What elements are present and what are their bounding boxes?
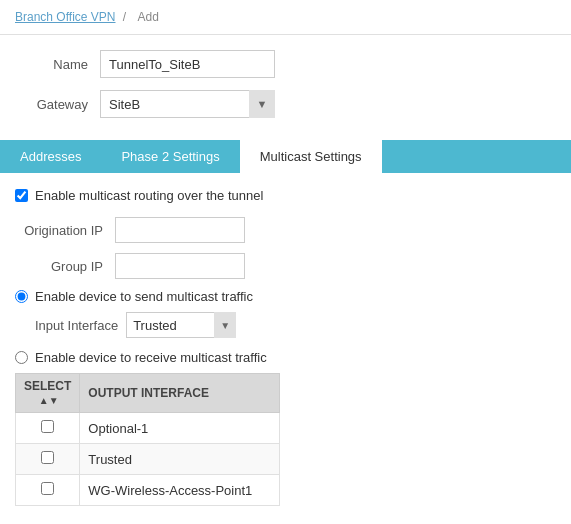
group-ip-row: Group IP (15, 253, 556, 279)
table-row: WG-Wireless-Access-Point1 (16, 475, 280, 506)
table-cell-interface-1: Trusted (80, 444, 280, 475)
gateway-select-wrapper: SiteB ▼ (100, 90, 275, 118)
breadcrumb-parent[interactable]: Branch Office VPN (15, 10, 116, 24)
enable-multicast-row: Enable multicast routing over the tunnel (15, 188, 556, 203)
enable-receive-radio[interactable] (15, 351, 28, 364)
row-checkbox-0[interactable] (41, 420, 54, 433)
row-checkbox-2[interactable] (41, 482, 54, 495)
group-ip-input[interactable] (115, 253, 245, 279)
enable-multicast-label[interactable]: Enable multicast routing over the tunnel (35, 188, 263, 203)
tab-bar: Addresses Phase 2 Settings Multicast Set… (0, 140, 571, 173)
table-cell-select-2 (16, 475, 80, 506)
input-interface-select-wrapper: Trusted Optional-1 WG-Wireless-Access-Po… (126, 312, 236, 338)
enable-send-row: Enable device to send multicast traffic (15, 289, 556, 304)
input-interface-row: Input Interface Trusted Optional-1 WG-Wi… (15, 312, 556, 338)
origination-ip-row: Origination IP (15, 217, 556, 243)
breadcrumb-current: Add (138, 10, 159, 24)
table-cell-interface-2: WG-Wireless-Access-Point1 (80, 475, 280, 506)
gateway-row: Gateway SiteB ▼ (15, 90, 556, 118)
table-cell-select-1 (16, 444, 80, 475)
input-interface-label: Input Interface (15, 318, 126, 333)
enable-send-radio[interactable] (15, 290, 28, 303)
gateway-select[interactable]: SiteB (100, 90, 275, 118)
tab-phase2[interactable]: Phase 2 Settings (101, 140, 239, 173)
multicast-content: Enable multicast routing over the tunnel… (0, 188, 571, 524)
group-ip-label: Group IP (15, 259, 115, 274)
origination-ip-label: Origination IP (15, 223, 115, 238)
gateway-label: Gateway (15, 97, 100, 112)
table-cell-select-0 (16, 413, 80, 444)
table-row: Trusted (16, 444, 280, 475)
tab-addresses[interactable]: Addresses (0, 140, 101, 173)
top-form: Name Gateway SiteB ▼ (0, 35, 571, 140)
input-interface-select[interactable]: Trusted Optional-1 WG-Wireless-Access-Po… (126, 312, 236, 338)
name-label: Name (15, 57, 100, 72)
table-header-select: SELECT ▲▼ (16, 374, 80, 413)
table-cell-interface-0: Optional-1 (80, 413, 280, 444)
row-checkbox-1[interactable] (41, 451, 54, 464)
name-row: Name (15, 50, 556, 78)
breadcrumb-separator: / (123, 10, 126, 24)
breadcrumb: Branch Office VPN / Add (0, 0, 571, 35)
enable-multicast-checkbox[interactable] (15, 189, 28, 202)
output-interface-tbody: Optional-1 Trusted WG-Wireless-Access-Po… (16, 413, 280, 506)
tab-multicast[interactable]: Multicast Settings (240, 140, 382, 173)
output-interface-table: SELECT ▲▼ OUTPUT INTERFACE Optional-1 Tr… (15, 373, 280, 506)
enable-send-label[interactable]: Enable device to send multicast traffic (35, 289, 253, 304)
enable-receive-row: Enable device to receive multicast traff… (15, 350, 556, 365)
name-input[interactable] (100, 50, 275, 78)
enable-receive-label[interactable]: Enable device to receive multicast traff… (35, 350, 267, 365)
origination-ip-input[interactable] (115, 217, 245, 243)
sort-icon: ▲▼ (39, 395, 59, 406)
table-row: Optional-1 (16, 413, 280, 444)
table-header-output: OUTPUT INTERFACE (80, 374, 280, 413)
